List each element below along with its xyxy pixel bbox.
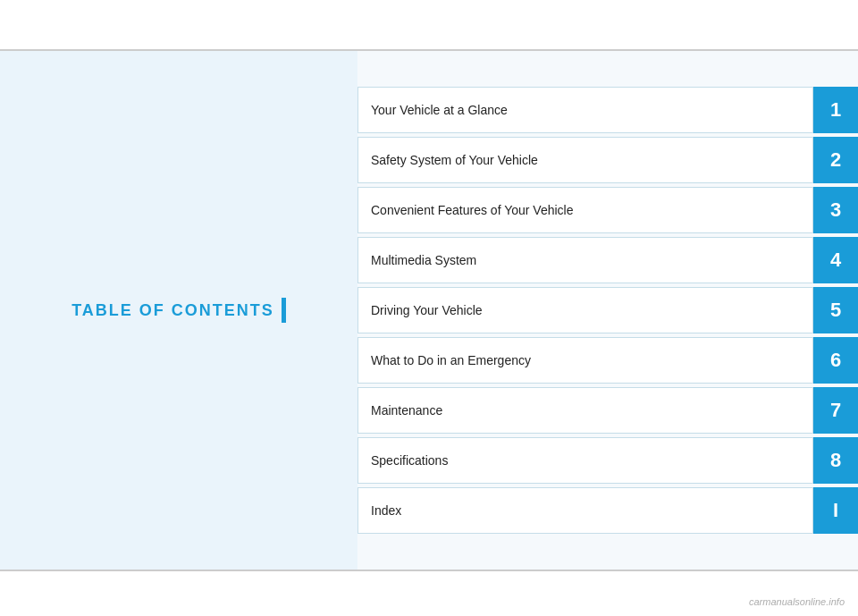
toc-item-number-1: 1 — [813, 87, 858, 133]
toc-item-number-2: 2 — [813, 137, 858, 183]
toc-item-number-8: 8 — [813, 437, 858, 484]
toc-row[interactable]: Safety System of Your Vehicle2 — [358, 137, 858, 183]
left-panel: TABLE OF CONTENTS — [0, 51, 358, 570]
toc-item-label-3: Convenient Features of Your Vehicle — [358, 187, 813, 233]
toc-item-number-9: I — [813, 487, 858, 534]
toc-item-label-7: Maintenance — [358, 387, 813, 434]
toc-item-number-3: 3 — [813, 187, 858, 233]
bottom-border — [0, 570, 858, 571]
toc-row[interactable]: Convenient Features of Your Vehicle3 — [358, 187, 858, 233]
toc-row[interactable]: IndexI — [358, 487, 858, 534]
toc-item-label-5: Driving Your Vehicle — [358, 287, 813, 333]
toc-item-label-2: Safety System of Your Vehicle — [358, 137, 813, 183]
toc-row[interactable]: Driving Your Vehicle5 — [358, 287, 858, 333]
watermark-text: carmanualsonline.info — [749, 596, 845, 607]
toc-item-number-4: 4 — [813, 237, 858, 283]
toc-item-label-8: Specifications — [358, 437, 813, 484]
toc-row[interactable]: Multimedia System4 — [358, 237, 858, 283]
toc-row[interactable]: Maintenance7 — [358, 387, 858, 434]
toc-title-container: TABLE OF CONTENTS — [72, 298, 286, 323]
right-panel: Your Vehicle at a Glance1Safety System o… — [358, 51, 858, 570]
toc-item-number-5: 5 — [813, 287, 858, 333]
toc-item-label-6: What to Do in an Emergency — [358, 337, 813, 384]
toc-row[interactable]: Specifications8 — [358, 437, 858, 484]
toc-item-number-6: 6 — [813, 337, 858, 384]
toc-heading: TABLE OF CONTENTS — [72, 301, 274, 320]
main-content: TABLE OF CONTENTS Your Vehicle at a Glan… — [0, 51, 858, 570]
toc-row[interactable]: Your Vehicle at a Glance1 — [358, 87, 858, 133]
toc-item-label-4: Multimedia System — [358, 237, 813, 283]
toc-row[interactable]: What to Do in an Emergency6 — [358, 337, 858, 384]
toc-title-bar — [282, 298, 286, 323]
toc-item-number-7: 7 — [813, 387, 858, 434]
toc-item-label-9: Index — [358, 487, 813, 534]
toc-item-label-1: Your Vehicle at a Glance — [358, 87, 813, 133]
